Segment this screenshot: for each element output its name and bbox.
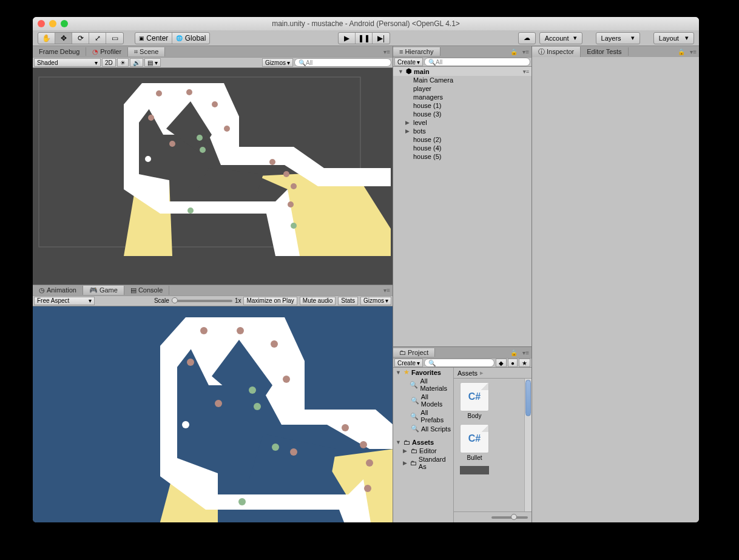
pivot-handle-group: ▣ Center 🌐 Global: [135, 32, 210, 44]
svg-point-33: [290, 448, 297, 456]
fx-toggle[interactable]: ▤ ▾: [144, 58, 161, 67]
audio-toggle[interactable]: 🔊: [130, 58, 143, 67]
hierarchy-item[interactable]: house (5): [393, 152, 531, 161]
svg-point-19: [237, 327, 244, 334]
2d-toggle[interactable]: 2D: [102, 58, 116, 67]
hierarchy-item[interactable]: house (4): [393, 144, 531, 152]
project-scrollbar[interactable]: [524, 379, 531, 511]
lock-icon[interactable]: 🔒: [508, 349, 520, 356]
search-label-icon[interactable]: ●: [508, 359, 518, 367]
shading-dropdown[interactable]: Shaded▾: [34, 58, 101, 67]
svg-point-13: [291, 183, 297, 189]
mute-audio-toggle[interactable]: Mute audio: [300, 297, 336, 305]
tab-profiler[interactable]: ◔Profiler: [86, 47, 128, 56]
breadcrumb[interactable]: Assets: [457, 369, 477, 377]
gizmos-dropdown[interactable]: Gizmos ▾: [262, 58, 293, 67]
tab-game[interactable]: 🎮Game: [83, 286, 124, 295]
panel-menu-icon[interactable]: ▾≡: [520, 349, 531, 356]
panel-menu-icon[interactable]: ▾≡: [520, 49, 531, 55]
scene-search[interactable]: 🔍All: [294, 58, 391, 67]
svg-point-21: [271, 340, 278, 348]
hierarchy-create-dropdown[interactable]: Create ▾: [394, 58, 423, 66]
svg-point-4: [148, 115, 154, 121]
scale-tool[interactable]: ⤢: [89, 33, 106, 44]
window-minimize[interactable]: [49, 20, 56, 27]
hierarchy-item[interactable]: ▶level: [393, 118, 531, 127]
svg-point-26: [182, 421, 189, 428]
play-button[interactable]: ▶: [339, 33, 356, 44]
game-gizmos-dropdown[interactable]: Gizmos ▾: [360, 297, 391, 305]
window-maximize[interactable]: [61, 20, 68, 27]
project-assets: Assets ▸ C#BodyC#Bullet: [454, 368, 531, 522]
lighting-toggle[interactable]: ☀: [117, 58, 129, 67]
svg-point-25: [254, 403, 261, 410]
rect-tool[interactable]: ▭: [106, 33, 123, 44]
maximize-on-play-toggle[interactable]: Maximize on Play: [243, 297, 297, 305]
scale-slider[interactable]: [172, 300, 232, 302]
unity-icon: ⬢: [406, 67, 412, 75]
hierarchy-item[interactable]: house (2): [393, 135, 531, 144]
tab-hierarchy[interactable]: ≡Hierarchy: [393, 47, 440, 56]
scene-row[interactable]: ▼⬢main▾≡: [393, 67, 531, 76]
search-filter-icon[interactable]: ◆: [496, 359, 507, 367]
favorite-item[interactable]: 🔍All Materials: [393, 377, 453, 393]
hierarchy-item[interactable]: house (3): [393, 110, 531, 118]
svg-point-12: [283, 171, 289, 177]
tab-editor-tests[interactable]: Editor Tests: [581, 47, 628, 56]
step-button[interactable]: ▶|: [373, 33, 390, 44]
scene-view[interactable]: [33, 68, 393, 285]
account-dropdown[interactable]: Account ▾: [539, 32, 582, 44]
asset-item[interactable]: C#Bullet: [457, 424, 491, 461]
lock-icon[interactable]: 🔒: [508, 49, 520, 55]
project-search[interactable]: 🔍: [424, 359, 494, 367]
stats-toggle[interactable]: Stats: [338, 297, 358, 305]
asset-grid[interactable]: C#BodyC#Bullet: [454, 379, 524, 511]
tab-animation[interactable]: ◷Animation: [33, 286, 83, 295]
hand-tool[interactable]: ✋: [38, 33, 55, 44]
project-create-dropdown[interactable]: Create ▾: [394, 359, 423, 367]
svg-point-23: [283, 376, 290, 383]
hierarchy-item[interactable]: ▶bots: [393, 127, 531, 135]
aspect-dropdown[interactable]: Free Aspect▾: [34, 297, 95, 305]
panel-menu-icon[interactable]: ▾≡: [687, 49, 699, 55]
panel-menu-icon[interactable]: ▾≡: [381, 49, 393, 55]
asset-item[interactable]: C#Body: [457, 382, 491, 419]
center-pivot-button[interactable]: ▣ Center: [135, 33, 172, 44]
layers-dropdown[interactable]: Layers ▾: [596, 32, 640, 44]
svg-point-29: [366, 459, 373, 467]
tab-project[interactable]: 🗀Project: [393, 348, 435, 357]
favorite-item[interactable]: 🔍All Prefabs: [393, 408, 453, 424]
lock-icon[interactable]: 🔒: [675, 49, 687, 55]
hierarchy-item[interactable]: player: [393, 84, 531, 93]
project-tree: ▼★Favorites 🔍All Materials🔍All Models🔍Al…: [393, 368, 454, 522]
rotate-tool[interactable]: ⟳: [72, 33, 89, 44]
window-close[interactable]: [38, 20, 45, 27]
svg-point-14: [288, 201, 294, 207]
hierarchy-item[interactable]: house (1): [393, 101, 531, 110]
tab-console[interactable]: ▤Console: [124, 286, 169, 295]
tab-scene[interactable]: ⌗Scene: [128, 47, 165, 56]
game-view[interactable]: [33, 306, 393, 523]
folder-item[interactable]: ▶🗀Standard As: [393, 455, 453, 471]
global-handle-button[interactable]: 🌐 Global: [172, 33, 209, 44]
move-tool[interactable]: ✥: [55, 33, 72, 44]
pause-button[interactable]: ❚❚: [356, 33, 373, 44]
scale-value: 1x: [235, 297, 241, 304]
panel-menu-icon[interactable]: ▾≡: [381, 287, 393, 294]
hierarchy-item[interactable]: managers: [393, 93, 531, 101]
favorites-row[interactable]: ▼★Favorites: [393, 368, 453, 377]
hierarchy-item[interactable]: Main Camera: [393, 76, 531, 84]
asset-size-slider[interactable]: [454, 511, 531, 522]
folder-item[interactable]: ▶🗀Editor: [393, 447, 453, 455]
search-save-icon[interactable]: ★: [519, 359, 530, 367]
main-toolbar: ✋ ✥ ⟳ ⤢ ▭ ▣ Center 🌐 Global ▶ ❚❚ ▶| ☁ Ac…: [33, 30, 699, 46]
cloud-button[interactable]: ☁: [518, 32, 536, 44]
svg-point-32: [272, 444, 279, 451]
favorite-item[interactable]: 🔍All Models: [393, 393, 453, 408]
tab-frame-debug[interactable]: Frame Debug: [33, 47, 86, 56]
favorite-item[interactable]: 🔍All Scripts: [393, 424, 453, 433]
layout-dropdown[interactable]: Layout ▾: [653, 32, 694, 44]
tab-inspector[interactable]: ⓘInspector: [532, 47, 581, 57]
assets-root[interactable]: ▼🗀Assets: [393, 438, 453, 447]
hierarchy-search[interactable]: 🔍All: [424, 58, 530, 66]
